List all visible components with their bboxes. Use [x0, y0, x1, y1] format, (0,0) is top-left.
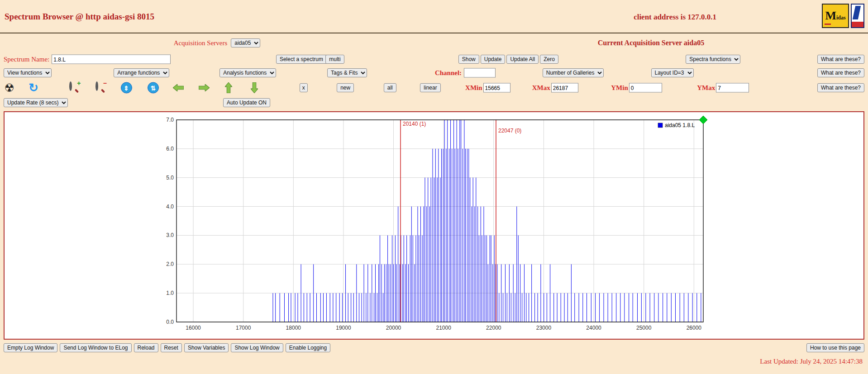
x-button[interactable]: x [300, 83, 308, 92]
xmax-input[interactable] [551, 83, 578, 93]
reset-button[interactable]: Reset [161, 343, 182, 352]
show-variables-button[interactable]: Show Variables [184, 343, 229, 352]
logos: Midas [822, 4, 864, 28]
current-acquisition-server: Current Acquisition Server aida05 [434, 39, 868, 47]
spectrum-chart-container: 20140 (1)22047 (0)1600017000180001900020… [4, 111, 864, 340]
y-tick-label: 0.0 [166, 319, 174, 325]
update-button[interactable]: Update [481, 55, 506, 64]
toolbar-row: ☢ ↻ + − ⇕ ⇅ x new all [0, 80, 868, 96]
multi-button[interactable]: multi [325, 55, 344, 64]
acquisition-row: Acquisition Servers aida05 Current Acqui… [0, 33, 868, 52]
y-tick-label: 6.0 [166, 145, 174, 151]
zoom-in-handle [75, 89, 79, 93]
enable-logging-button[interactable]: Enable Logging [286, 343, 330, 352]
acquisition-server-select[interactable]: aida05 [231, 38, 260, 47]
update-rate-dropdown[interactable]: Update Rate (8 secs) [4, 98, 68, 107]
header: Spectrum Browser @ http aidas-gsi 8015 c… [0, 0, 868, 33]
midas-logo[interactable]: Midas [822, 4, 849, 28]
layout-id-dropdown[interactable]: Layout ID=3 [651, 68, 694, 77]
footer-row: Empty Log Window Send Log Window to ELog… [4, 343, 864, 355]
legend-swatch [658, 123, 663, 128]
facility-logo[interactable] [851, 4, 864, 28]
arrow-down-icon[interactable] [251, 82, 258, 93]
all-button[interactable]: all [384, 83, 396, 92]
auto-update-button[interactable]: Auto Update ON [223, 98, 270, 107]
spectrum-name-label: Spectrum Name: [4, 56, 49, 63]
channel-label: Channel: [435, 69, 462, 77]
show-log-window-button[interactable]: Show Log Window [231, 343, 283, 352]
last-updated: Last Updated: July 24, 2025 14:47:38 [0, 358, 863, 365]
y-tick-label: 7.0 [166, 117, 174, 123]
expand-y-icon[interactable]: ⇕ [121, 82, 132, 94]
what-are-these-button-1[interactable]: What are these? [817, 55, 864, 64]
ymax-input[interactable] [716, 83, 749, 93]
show-button[interactable]: Show [458, 55, 479, 64]
page-title: Spectrum Browser @ http aidas-gsi 8015 [5, 12, 154, 22]
zero-button[interactable]: Zero [540, 55, 558, 64]
x-tick-label: 19000 [336, 325, 351, 331]
zoom-in-lens [69, 81, 72, 91]
what-are-these-button-2[interactable]: What are these? [817, 68, 864, 77]
plot-background[interactable] [176, 120, 703, 322]
y-tick-label: 5.0 [166, 174, 174, 180]
spectrum-chart[interactable]: 20140 (1)22047 (0)1600017000180001900020… [158, 114, 710, 337]
send-log-window-button[interactable]: Send Log Window to ELog [60, 343, 131, 352]
zoom-out-icon[interactable]: − [95, 83, 105, 93]
xmin-input[interactable] [483, 83, 510, 93]
zoom-out-lens [95, 81, 98, 91]
client-address: client address is 127.0.0.1 [634, 13, 716, 22]
fit-y-icon[interactable]: ⇅ [148, 82, 159, 94]
legend-label: aida05 1.8.L [665, 122, 695, 128]
ymax-label: YMax [697, 84, 715, 92]
empty-log-window-button[interactable]: Empty Log Window [4, 343, 57, 352]
arrow-right-icon[interactable] [199, 84, 210, 91]
spectra-functions-dropdown[interactable]: Spectra functions [686, 55, 740, 64]
view-functions-dropdown[interactable]: View functions [4, 68, 52, 77]
y-tick-label: 3.0 [166, 232, 174, 238]
x-tick-label: 24000 [586, 325, 601, 331]
xmin-label: XMin [465, 84, 482, 92]
y-tick-label: 1.0 [166, 290, 174, 296]
new-button[interactable]: new [337, 83, 354, 92]
arrow-up-icon[interactable] [225, 82, 232, 93]
x-tick-label: 18000 [286, 325, 301, 331]
x-tick-label: 17000 [236, 325, 251, 331]
how-to-use-button[interactable]: How to use this page [806, 343, 864, 352]
x-tick-label: 23000 [536, 325, 552, 331]
facility-logo-figure [853, 6, 861, 19]
ymin-input[interactable] [629, 83, 662, 93]
what-are-these-button-3[interactable]: What are these? [817, 83, 864, 92]
midas-logo-text: Midas [825, 9, 845, 23]
channel-marker-label: 20140 (1) [403, 121, 426, 127]
zoom-out-minus: − [103, 80, 107, 86]
midas-logo-mark [825, 24, 831, 25]
select-spectrum-dropdown[interactable]: Select a spectrum [276, 55, 333, 64]
tags-fits-dropdown[interactable]: Tags & Fits [327, 68, 367, 77]
radiation-icon[interactable]: ☢ [5, 82, 14, 94]
ymin-label: YMin [611, 84, 628, 92]
x-tick-label: 21000 [436, 325, 451, 331]
x-tick-label: 26000 [687, 325, 702, 331]
reload-button[interactable]: Reload [134, 343, 158, 352]
arrange-functions-dropdown[interactable]: Arrange functions [114, 68, 169, 77]
number-of-galleries-dropdown[interactable]: Number of Galleries [543, 68, 604, 77]
x-tick-label: 25000 [636, 325, 652, 331]
y-tick-label: 2.0 [166, 261, 174, 267]
xmax-label: XMax [532, 84, 550, 92]
x-tick-label: 16000 [186, 325, 201, 331]
arrow-left-icon[interactable] [173, 84, 184, 91]
analysis-functions-dropdown[interactable]: Analysis functions [219, 68, 276, 77]
channel-marker-label: 22047 (0) [498, 128, 521, 134]
x-tick-label: 20000 [386, 325, 401, 331]
zoom-in-plus: + [77, 80, 81, 86]
zoom-out-handle [101, 89, 105, 93]
spectrum-name-input[interactable] [52, 55, 171, 64]
refresh-icon[interactable]: ↻ [29, 82, 38, 94]
update-all-button[interactable]: Update All [506, 55, 539, 64]
spectrum-name-row: Spectrum Name: Select a spectrum multi S… [0, 52, 868, 66]
linear-button[interactable]: linear [420, 83, 440, 92]
channel-input[interactable] [464, 68, 496, 78]
functions-row: View functions Arrange functions Analysi… [0, 66, 868, 80]
y-tick-label: 4.0 [166, 203, 174, 209]
zoom-in-icon[interactable]: + [69, 83, 79, 93]
